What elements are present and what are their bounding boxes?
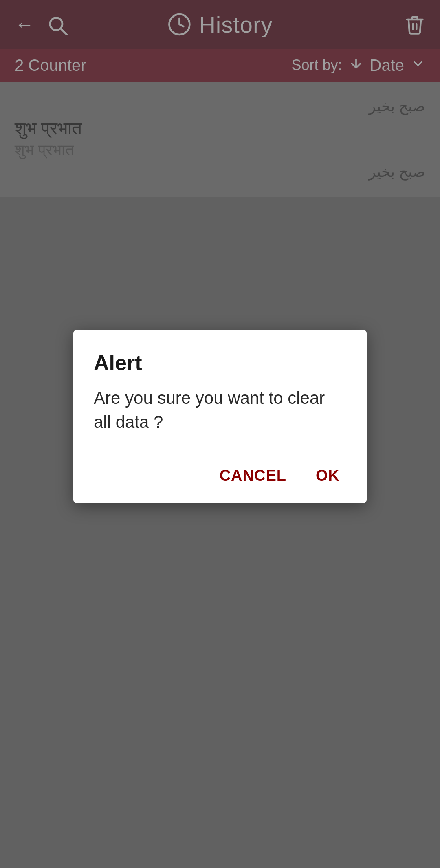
alert-title: Alert (94, 350, 346, 375)
cancel-button[interactable]: CANCEL (213, 463, 293, 489)
alert-message: Are you sure you want to clear all data … (94, 386, 346, 434)
alert-dialog: Alert Are you sure you want to clear all… (73, 330, 367, 503)
ok-button[interactable]: OK (309, 463, 346, 489)
alert-buttons: CANCEL OK (94, 459, 346, 489)
